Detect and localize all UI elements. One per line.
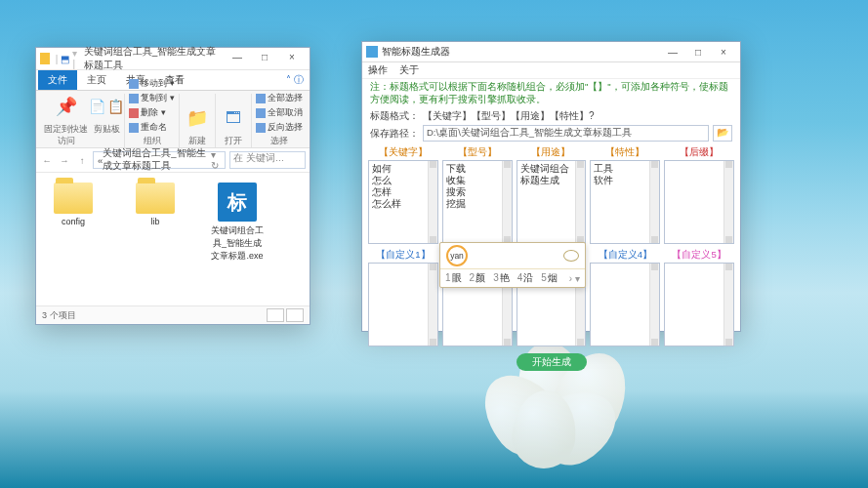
list-item[interactable]: 挖掘 — [446, 198, 510, 210]
minimize-button[interactable]: — — [660, 47, 685, 58]
ime-eye-icon[interactable] — [563, 250, 579, 262]
search-input[interactable]: 在 关键词… — [229, 151, 306, 169]
generate-button[interactable]: 开始生成 — [517, 353, 587, 371]
hint-text: 注：标题格式可以根据下面名称随机组合，必须加"【】"，可添加各种符号，使标题方便… — [362, 79, 740, 108]
ime-more-button[interactable]: › ▾ — [569, 273, 580, 284]
list-item[interactable]: 怎么 — [372, 175, 435, 186]
pin-quick-access-button[interactable]: 📌 — [53, 92, 80, 121]
open-label: 打开 — [225, 136, 242, 147]
list-item[interactable]: 搜索 — [446, 186, 510, 198]
ime-candidate-window: yan 1眼 2颜 3艳 4沿 5烟 › ▾ — [439, 242, 586, 288]
select-label: 选择 — [270, 136, 288, 147]
list-keyword[interactable]: 如何 怎么 怎样 怎么样 — [368, 160, 438, 244]
ime-candidate[interactable]: 3艳 — [493, 271, 510, 285]
item-label: lib — [150, 217, 159, 226]
scrollbar[interactable] — [502, 161, 512, 243]
list-item[interactable]: 下载 — [446, 163, 510, 175]
menu-about[interactable]: 关于 — [399, 63, 419, 77]
close-button[interactable]: × — [278, 50, 306, 67]
list-item[interactable]: 怎么样 — [372, 198, 435, 210]
help-icon[interactable]: ˄ ⓘ — [280, 70, 310, 90]
browse-button[interactable]: 📂 — [713, 125, 732, 142]
list-item[interactable]: 软件 — [594, 175, 657, 186]
scrollbar[interactable] — [723, 161, 733, 243]
list-item[interactable]: 如何 — [372, 163, 435, 175]
properties-button[interactable]: 🗔 — [220, 103, 247, 133]
rename-button[interactable]: 重命名 — [129, 121, 175, 134]
move-to-button[interactable]: 移动到 ▾ — [129, 77, 175, 90]
explorer-titlebar[interactable]: | ⬒ ▾ | 关键词组合工具_智能生成文章标题工具 — □ × — [36, 48, 310, 70]
savepath-input[interactable]: D:\桌面\关键词组合工具_智能生成文章标题工具 — [423, 125, 709, 142]
minimize-button[interactable]: — — [224, 50, 251, 67]
format-label: 标题格式： — [370, 109, 419, 123]
header-keyword: 【关键字】 — [368, 145, 438, 160]
new-folder-button[interactable]: 📁 — [184, 103, 211, 133]
delete-button[interactable]: 删除 ▾ — [129, 106, 175, 119]
list-custom1[interactable] — [368, 263, 438, 346]
select-all-button[interactable]: 全部选择 — [256, 92, 303, 104]
tab-home[interactable]: 主页 — [77, 70, 116, 90]
copy-to-button[interactable]: 复制到 ▾ — [129, 92, 175, 104]
maximize-button[interactable]: □ — [685, 47, 711, 58]
ime-candidate[interactable]: 2颜 — [470, 271, 486, 285]
scrollbar[interactable] — [649, 264, 659, 346]
window-title: 关键词组合工具_智能生成文章标题工具 — [84, 45, 224, 72]
folder-icon — [54, 183, 93, 214]
ime-candidate[interactable]: 5烟 — [541, 271, 558, 285]
copy-button[interactable]: 📄 — [89, 99, 105, 114]
app-title: 智能标题生成器 — [382, 45, 450, 59]
list-item[interactable]: 怎样 — [372, 186, 435, 198]
menubar: 操作 关于 — [362, 62, 740, 79]
scrollbar[interactable] — [575, 161, 585, 243]
format-value: 【关键字】【型号】【用途】【特性】? — [423, 109, 595, 123]
savepath-label: 保存路径： — [370, 127, 419, 141]
select-none-button[interactable]: 全部取消 — [256, 106, 303, 119]
up-button[interactable]: ↑ — [75, 155, 89, 166]
list-item[interactable]: 工具 — [594, 163, 657, 175]
ime-candidates: 1眼 2颜 3艳 4沿 5烟 › ▾ — [440, 269, 585, 287]
breadcrumb[interactable]: « 关键词组合工具_智能生成文章标题工具▾ ↻ — [93, 151, 226, 169]
paste-button[interactable]: 📋 — [107, 99, 124, 114]
ribbon: 📌 固定到快速访问 📄 📋 剪贴板 移动到 ▾ 复制到 ▾ — [36, 91, 310, 148]
title-generator-window: 智能标题生成器 — □ × 操作 关于 注：标题格式可以根据下面名称随机组合，必… — [361, 41, 741, 332]
list-item[interactable]: 收集 — [446, 175, 510, 186]
header-usage: 【用途】 — [517, 145, 587, 160]
ime-candidate[interactable]: 1眼 — [445, 271, 462, 285]
pin-label: 固定到快速访问 — [43, 124, 89, 147]
folder-icon — [136, 183, 175, 214]
item-label: config — [62, 217, 85, 226]
scrollbar[interactable] — [649, 161, 659, 243]
tab-file[interactable]: 文件 — [38, 70, 77, 90]
scrollbar[interactable] — [428, 161, 437, 243]
header-feature: 【特性】 — [590, 145, 660, 160]
generator-titlebar[interactable]: 智能标题生成器 — □ × — [362, 42, 740, 62]
invert-select-button[interactable]: 反向选择 — [256, 121, 303, 134]
scrollbar[interactable] — [428, 264, 437, 346]
list-feature[interactable]: 工具 软件 — [590, 160, 660, 244]
back-button[interactable]: ← — [40, 155, 54, 166]
header-model: 【型号】 — [442, 145, 513, 160]
app-icon: 标 — [218, 183, 257, 222]
ime-candidate[interactable]: 4沿 — [517, 271, 534, 285]
clipboard-label: 剪贴板 — [94, 124, 120, 136]
list-usage[interactable]: 关键词组合 标题生成 — [517, 160, 587, 244]
list-custom4[interactable] — [590, 263, 660, 346]
file-explorer-window: | ⬒ ▾ | 关键词组合工具_智能生成文章标题工具 — □ × 文件 主页 共… — [35, 47, 310, 325]
scrollbar[interactable] — [723, 264, 733, 346]
ime-typed-indicator: yan — [446, 245, 468, 266]
view-details-button[interactable] — [267, 308, 284, 322]
view-icons-button[interactable] — [286, 308, 304, 322]
list-suffix[interactable] — [664, 160, 734, 244]
list-item[interactable]: 关键词组合 — [520, 163, 584, 175]
status-bar: 3 个项目 — [36, 305, 310, 324]
header-custom1: 【自定义1】 — [368, 248, 438, 263]
close-button[interactable]: × — [711, 47, 736, 58]
organize-label: 组织 — [144, 136, 161, 147]
header-custom4: 【自定义4】 — [590, 248, 660, 263]
maximize-button[interactable]: □ — [251, 50, 278, 67]
forward-button[interactable]: → — [58, 155, 71, 166]
menu-operation[interactable]: 操作 — [368, 63, 388, 77]
list-item[interactable]: 标题生成 — [520, 175, 584, 186]
list-custom5[interactable] — [664, 263, 734, 346]
list-model[interactable]: 下载 收集 搜索 挖掘 — [442, 160, 513, 244]
